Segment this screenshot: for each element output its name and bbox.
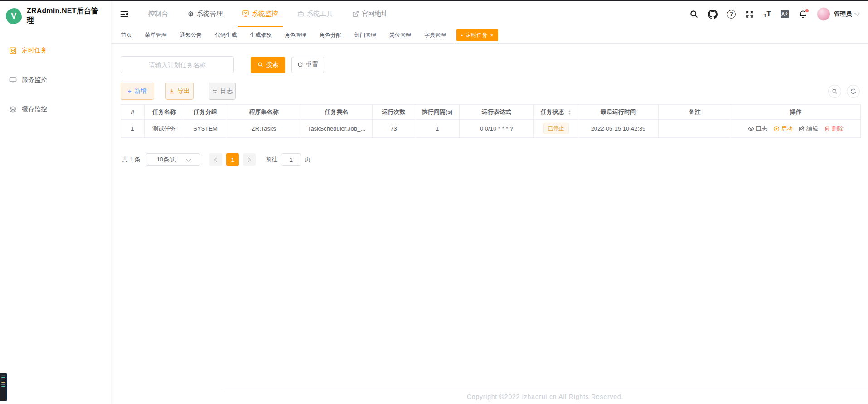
sidebar-item-scheduled-tasks[interactable]: 定时任务 (0, 37, 111, 63)
tasks-table: # 任务名称 任务分组 程序集名称 任务类名 运行次数 执行间隔(s) 运行表达… (121, 104, 861, 138)
search-icon (257, 62, 263, 68)
search-button-label: 搜索 (266, 61, 279, 69)
menu-label: 控制台 (148, 10, 168, 18)
bell-icon[interactable] (799, 10, 807, 19)
cell-remark (659, 120, 731, 138)
page-size-value: 10条/页 (156, 156, 176, 164)
cell-last-run: 2022-05-15 10:42:39 (578, 120, 659, 138)
font-large-glyph: T (766, 10, 771, 18)
gear-icon (187, 10, 194, 17)
show-search-button[interactable] (828, 85, 841, 98)
cell-assembly: ZR.Tasks (227, 120, 301, 138)
sidebar-item-label: 服务监控 (22, 76, 47, 84)
top-menu-system-monitor[interactable]: 系统监控 (238, 1, 283, 27)
translate-a-glyph: A (781, 12, 785, 17)
status-badge: 已停止 (543, 123, 569, 134)
tab-menu-management[interactable]: 菜单管理 (142, 29, 170, 41)
col-interval: 执行间隔(s) (415, 105, 460, 120)
next-page-button[interactable] (243, 153, 256, 166)
row-delete-label: 删除 (832, 125, 844, 133)
col-task-group: 任务分组 (184, 105, 227, 120)
cell-index: 1 (121, 120, 145, 138)
top-menu-console[interactable]: 控制台 (144, 1, 173, 27)
reset-button[interactable]: 重置 (291, 57, 324, 73)
chevron-down-icon (854, 10, 859, 15)
refresh-icon (297, 62, 303, 68)
chart-board-icon (242, 10, 249, 17)
translate-icon[interactable]: A文 (781, 10, 789, 18)
row-delete-action[interactable]: 删除 (824, 125, 844, 133)
search-button[interactable]: 搜索 (251, 57, 285, 73)
font-size-icon[interactable]: TT (763, 10, 771, 18)
timer-icon (9, 47, 17, 54)
table-header-row: # 任务名称 任务分组 程序集名称 任务类名 运行次数 执行间隔(s) 运行表达… (121, 105, 861, 120)
search-form: 搜索 重置 (121, 56, 861, 73)
notification-badge (805, 9, 809, 12)
top-menu-official-site[interactable]: 官网地址 (348, 1, 393, 27)
tab-home[interactable]: 首页 (118, 29, 135, 41)
tab-dictionary-management[interactable]: 字典管理 (422, 29, 449, 41)
row-edit-label: 编辑 (806, 125, 818, 133)
col-class: 任务类名 (301, 105, 373, 120)
page-number-1[interactable]: 1 (226, 153, 239, 166)
col-task-name: 任务名称 (145, 105, 184, 120)
sort-down-icon[interactable]: ▼ (568, 112, 571, 115)
refresh-table-button[interactable] (847, 85, 860, 98)
tab-notice[interactable]: 通知公告 (177, 29, 204, 41)
github-icon[interactable] (708, 10, 718, 19)
goto-page-input[interactable] (281, 153, 301, 166)
log-button[interactable]: 日志 (209, 83, 236, 100)
row-start-action[interactable]: 启动 (773, 125, 793, 133)
col-status[interactable]: 任务状态 ▲ ▼ (534, 105, 578, 120)
tab-role-management[interactable]: 角色管理 (282, 29, 309, 41)
page-unit-label: 页 (305, 156, 310, 164)
tab-role-assignment[interactable]: 角色分配 (317, 29, 344, 41)
sidebar-collapse-icon[interactable] (119, 9, 129, 19)
user-name: 管理员 (834, 10, 852, 18)
app-title: ZRAdmin.NET后台管理 (27, 6, 106, 25)
top-menu: 控制台 系统管理 系统监控 系统工具 (144, 1, 402, 27)
col-remark: 备注 (659, 105, 731, 120)
plus-icon: + (128, 88, 131, 95)
sidebar-item-service-monitor[interactable]: 服务监控 (0, 67, 111, 93)
col-run-count: 运行次数 (373, 105, 415, 120)
col-index: # (121, 105, 145, 120)
row-edit-action[interactable]: 编辑 (799, 125, 818, 133)
table-row[interactable]: 1 测试任务 SYSTEM ZR.Tasks TaskScheduler.Job… (121, 120, 861, 138)
sort-icon[interactable]: ▲ ▼ (568, 110, 571, 115)
col-cron: 运行表达式 (460, 105, 534, 120)
tab-post-management[interactable]: 岗位管理 (387, 29, 414, 41)
top-menu-system-management[interactable]: 系统管理 (183, 1, 228, 27)
row-log-action[interactable]: 日志 (748, 125, 767, 133)
top-menu-system-tools[interactable]: 系统工具 (293, 1, 338, 27)
prev-page-button[interactable] (209, 153, 222, 166)
close-icon[interactable]: × (490, 32, 494, 38)
header-actions: ? TT A文 管理 (689, 7, 859, 21)
log-list-icon (212, 88, 218, 94)
chevron-left-icon (214, 157, 219, 162)
page-size-select[interactable]: 10条/页 (146, 153, 200, 166)
pagination-total: 共 1 条 (122, 156, 140, 164)
fullscreen-icon[interactable] (745, 10, 754, 19)
cell-run-count: 73 (373, 120, 415, 138)
app-logo-row[interactable]: V ZRAdmin.NET后台管理 (0, 1, 111, 30)
tab-code-generation[interactable]: 代码生成 (212, 29, 239, 41)
translate-wen-glyph: 文 (785, 12, 788, 16)
log-button-label: 日志 (220, 87, 233, 95)
user-menu[interactable]: 管理员 (817, 7, 859, 21)
sidebar-item-cache-monitor[interactable]: 缓存监控 (0, 96, 111, 122)
tab-department-management[interactable]: 部门管理 (352, 29, 379, 41)
cell-actions: 日志 启动 (731, 120, 861, 138)
tab-label: 定时任务 (466, 31, 487, 39)
goto-label: 前往 (266, 156, 277, 164)
help-icon[interactable]: ? (727, 10, 736, 19)
menu-label: 系统管理 (197, 10, 223, 18)
eye-icon (748, 126, 754, 132)
search-icon[interactable] (689, 10, 698, 19)
add-button[interactable]: + 新增 (121, 83, 154, 100)
tab-generation-edit[interactable]: 生成修改 (247, 29, 274, 41)
minimized-dock-widget[interactable] (0, 373, 7, 401)
task-name-input[interactable] (121, 56, 234, 73)
tab-scheduled-tasks-active[interactable]: ● 定时任务 × (456, 29, 498, 41)
export-button[interactable]: 导出 (165, 83, 194, 100)
